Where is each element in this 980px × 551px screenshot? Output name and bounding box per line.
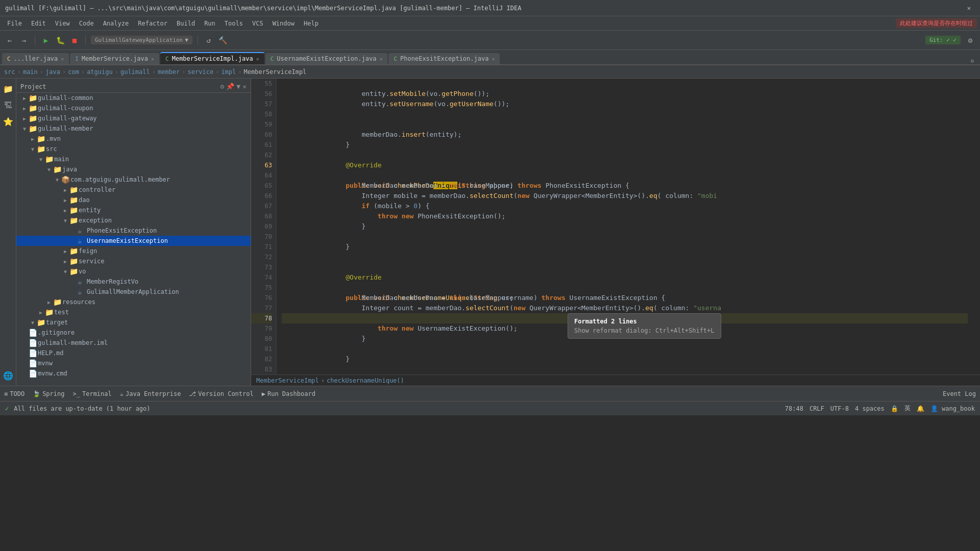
git-indicator[interactable]: Git: ✓ ✓ xyxy=(925,36,961,44)
menu-analyze[interactable]: Analyze xyxy=(99,19,133,28)
tree-gulimall-coupon[interactable]: ▶ 📁 gulimall-coupon xyxy=(16,103,251,113)
tree-java[interactable]: ▼ 📁 java xyxy=(16,164,251,174)
bottom-tab-version-control[interactable]: ⎇ Version Control xyxy=(189,390,253,397)
menu-vcs[interactable]: VCS xyxy=(248,19,267,28)
tree-phoneexsitexception[interactable]: ☕ PhoneExsitException xyxy=(16,226,251,236)
tree-iml[interactable]: 📄 gulimall-member.iml xyxy=(16,338,251,348)
debug-button[interactable]: 🐛 xyxy=(55,35,66,46)
tree-gulimall-member[interactable]: ▼ 📁 gulimall-member xyxy=(16,123,251,134)
tree-mvn[interactable]: ▶ 📁 .mvn xyxy=(16,134,251,144)
build-button[interactable]: 🔨 xyxy=(217,35,229,46)
tree-test[interactable]: ▶ 📁 test xyxy=(16,307,251,317)
menu-refactor[interactable]: Refactor xyxy=(134,19,172,28)
footer-bc-method[interactable]: checkUsernameUnique() xyxy=(327,377,404,384)
settings-button[interactable]: ⚙ xyxy=(965,35,976,46)
tree-controller[interactable]: ▶ 📁 controller xyxy=(16,185,251,195)
bc-main[interactable]: main xyxy=(23,68,38,76)
bottom-tab-event-log[interactable]: Event Log xyxy=(943,390,976,397)
tab-close-usernameexist[interactable]: ✕ xyxy=(379,56,382,62)
tab-phoneexsitexception[interactable]: C PhoneExsitException.java ✕ xyxy=(388,53,500,64)
bc-atguigu[interactable]: atguigu xyxy=(87,68,113,76)
project-collapse-icon[interactable]: ▼ xyxy=(236,83,240,90)
tree-vo[interactable]: ▼ 📁 vo xyxy=(16,266,251,277)
tree-feign[interactable]: ▶ 📁 feign xyxy=(16,246,251,256)
caret-position[interactable]: 78:48 xyxy=(785,405,803,412)
refresh-button[interactable]: ↺ xyxy=(203,35,214,46)
bc-com[interactable]: com xyxy=(68,68,79,76)
charset[interactable]: UTF-8 xyxy=(830,405,849,412)
indent-setting[interactable]: 4 spaces xyxy=(855,405,885,412)
tab-close-memberservice[interactable]: ✕ xyxy=(151,56,154,62)
tree-resources[interactable]: ▶ 📁 resources xyxy=(16,297,251,307)
tree-usernameexistexception[interactable]: ☕ UsernameExistException xyxy=(16,236,251,246)
menu-tools[interactable]: Tools xyxy=(220,19,247,28)
tree-label: UsernameExistException xyxy=(87,237,251,244)
tree-gulimallmemberapplication[interactable]: ☕ GulimallMemberApplication xyxy=(16,287,251,297)
arrow-icon: ▶ xyxy=(61,259,69,264)
tab-controller[interactable]: C ...ller.java ✕ xyxy=(2,53,69,64)
structure-panel-icon[interactable]: 🏗 xyxy=(2,99,14,111)
tab-memberservice[interactable]: I MemberService.java ✕ xyxy=(70,53,159,64)
tree-gulimall-gateway[interactable]: ▶ 📁 gulimall-gateway xyxy=(16,113,251,123)
bc-src[interactable]: src xyxy=(4,68,15,76)
tree-memberregistvo[interactable]: ☕ MemberRegistVo xyxy=(16,277,251,287)
line-ending[interactable]: CRLF xyxy=(810,405,824,412)
bc-member[interactable]: member xyxy=(158,68,180,76)
menu-help[interactable]: Help xyxy=(300,19,323,28)
tab-settings-icon[interactable]: ⚙ xyxy=(970,58,974,64)
bc-gulimall[interactable]: gulimall xyxy=(120,68,150,76)
menu-build[interactable]: Build xyxy=(173,19,199,28)
tab-close-controller[interactable]: ✕ xyxy=(61,56,64,62)
tree-package[interactable]: ▼ 📦 com.atguigu.gulimall.member xyxy=(16,174,251,185)
menu-window[interactable]: Window xyxy=(268,19,299,28)
bc-impl[interactable]: impl xyxy=(221,68,236,76)
menu-view[interactable]: View xyxy=(51,19,74,28)
project-settings-icon[interactable]: ⚙ xyxy=(220,83,225,90)
web-icon[interactable]: 🌐 xyxy=(2,369,14,382)
stop-button[interactable]: ■ xyxy=(69,35,80,46)
back-button[interactable]: ← xyxy=(4,35,15,46)
tree-mvnwcmd[interactable]: 📄 mvnw.cmd xyxy=(16,368,251,379)
project-panel-icon[interactable]: 📁 xyxy=(2,83,14,95)
run-button[interactable]: ▶ xyxy=(40,35,52,46)
bottom-tab-java-enterprise[interactable]: ☕ Java Enterprise xyxy=(120,390,181,397)
tree-exception[interactable]: ▼ 📁 exception xyxy=(16,215,251,226)
run-config-selector[interactable]: GulimallGatewayApplication ▼ xyxy=(91,36,192,44)
tree-gitignore[interactable]: 📄 .gitignore xyxy=(16,328,251,338)
bottom-tab-todo[interactable]: ≡ TODO xyxy=(4,390,24,397)
bc-java[interactable]: java xyxy=(45,68,60,76)
tab-close-phoneexsit[interactable]: ✕ xyxy=(492,56,495,62)
bottom-tab-terminal[interactable]: >_ Terminal xyxy=(73,390,112,397)
footer-bc-class[interactable]: MemberServiceImpl xyxy=(256,377,319,384)
tree-service[interactable]: ▶ 📁 service xyxy=(16,256,251,266)
bottom-tab-spring[interactable]: 🍃 Spring xyxy=(33,390,64,397)
tree-mvnw[interactable]: 📄 mvnw xyxy=(16,358,251,368)
folder-icon: 📁 xyxy=(29,124,38,133)
close-button[interactable]: ✕ xyxy=(963,5,975,12)
bc-sep-3: › xyxy=(62,68,66,76)
tab-memberserviceimpl[interactable]: C MemberServiceImpl.java ✕ xyxy=(160,52,264,64)
tree-main[interactable]: ▼ 📁 main xyxy=(16,154,251,164)
menu-code[interactable]: Code xyxy=(75,19,98,28)
tree-dao[interactable]: ▶ 📁 dao xyxy=(16,195,251,205)
menu-run[interactable]: Run xyxy=(200,19,219,28)
tree-target[interactable]: ▼ 📁 target xyxy=(16,317,251,328)
bottom-tab-run-dashboard[interactable]: ▶ Run Dashboard xyxy=(262,390,315,397)
forward-button[interactable]: → xyxy=(18,35,30,46)
menu-file[interactable]: File xyxy=(3,19,26,28)
menu-edit[interactable]: Edit xyxy=(27,19,50,28)
tree-src[interactable]: ▼ 📁 src xyxy=(16,144,251,154)
tree-gulimall-common[interactable]: ▶ 📁 gulimall-common xyxy=(16,93,251,103)
editor[interactable]: 55 56 57 58 59 60 61 62 63 64 65 66 67 6… xyxy=(251,79,980,374)
project-pin-icon[interactable]: 📌 xyxy=(226,83,234,90)
tab-close-memberserviceimpl[interactable]: ✕ xyxy=(256,56,259,62)
tree-label: controller xyxy=(79,186,251,193)
tree-entity[interactable]: ▶ 📁 entity xyxy=(16,205,251,215)
line-num-66: 66 xyxy=(251,191,272,201)
tab-usernameexistexception[interactable]: C UsernameExistException.java ✕ xyxy=(265,53,388,64)
favorites-panel-icon[interactable]: ⭐ xyxy=(2,115,14,128)
tree-helpmd[interactable]: 📄 HELP.md xyxy=(16,348,251,358)
project-close-icon[interactable]: ✕ xyxy=(242,83,247,90)
main-content: 📁 🏗 ⭐ 🌐 Project ⚙ 📌 ▼ ✕ ▶ 📁 gulimall-com… xyxy=(0,79,980,386)
bc-service[interactable]: service xyxy=(188,68,214,76)
